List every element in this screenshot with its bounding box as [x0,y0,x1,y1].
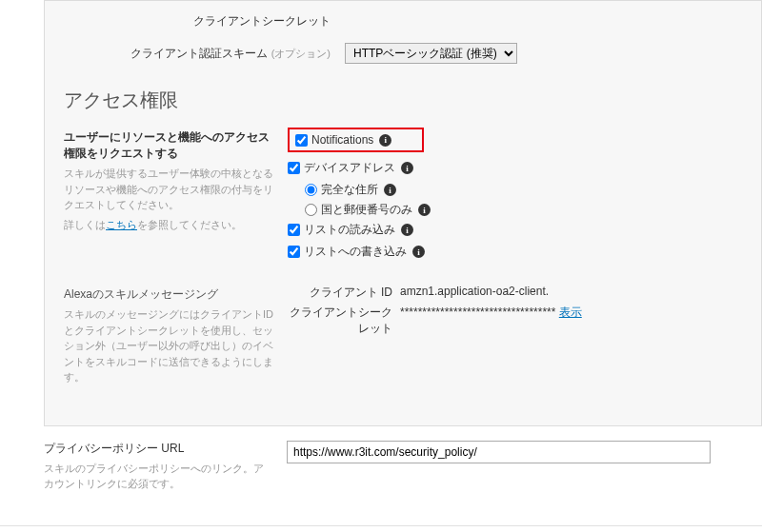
client-secret-row: クライアントシークレット [64,10,742,30]
notifications-checkbox[interactable] [295,134,308,147]
info-icon[interactable]: i [401,224,413,236]
country-postal-radio[interactable] [305,204,317,216]
notifications-label: Notifications [311,133,373,147]
perm-detail-link[interactable]: こちら [106,219,137,230]
device-address-checkbox[interactable] [288,162,300,174]
list-write-checkbox[interactable] [288,246,300,258]
list-read-label: リストの読み込み [304,222,395,238]
auth-scheme-opt: (オプション) [271,48,331,59]
device-address-label: デバイスアドレス [304,160,395,176]
client-id-value: amzn1.application-oa2-client. [400,285,742,301]
privacy-label: プライバシーポリシー URL [44,441,272,457]
messaging-desc: スキルのメッセージングにはクライアントIDとクライアントシークレットを使用し、セ… [64,306,273,385]
info-icon[interactable]: i [401,162,413,174]
client-id-label: クライアント ID [288,285,392,301]
perm-detail-prefix: 詳しくは [64,219,106,230]
notifications-highlight: Notifications i [288,128,424,152]
client-secret-label-2: クライアントシークレット [288,305,392,337]
country-postal-label: 国と郵便番号のみ [321,202,412,218]
info-icon[interactable]: i [412,246,425,258]
client-credentials: クライアント ID amzn1.application-oa2-client. … [288,285,742,337]
perm-detail: 詳しくはこちらを参照してください。 [64,217,273,233]
privacy-section: プライバシーポリシー URL スキルのプライバシーポリシーへのリンク。アカウント… [0,426,762,502]
auth-scheme-label: クライアント認証スキーム [130,47,268,60]
auth-scheme-select[interactable]: HTTPベーシック認証 (推奨) [345,43,517,64]
permissions-row: ユーザーにリソースと機能へのアクセス権限をリクエストする スキルが提供するユーザ… [64,128,742,266]
full-address-label: 完全な住所 [321,182,378,198]
info-icon[interactable]: i [384,184,396,196]
info-icon[interactable]: i [418,204,431,216]
divider [0,525,762,526]
info-icon[interactable]: i [379,134,391,147]
privacy-desc: スキルのプライバシーポリシーへのリンク。アカウントリンクに必須です。 [44,461,272,492]
perm-label: ユーザーにリソースと機能へのアクセス権限をリクエストする [64,129,273,162]
access-title: アクセス権限 [64,88,742,113]
full-address-radio[interactable] [305,184,317,196]
messaging-row: Alexaのスキルメッセージング スキルのメッセージングにはクライアントIDとク… [64,285,742,385]
privacy-url-input[interactable] [287,441,711,463]
list-write-label: リストへの書き込み [304,244,407,260]
config-panel: クライアントシークレット クライアント認証スキーム (オプション) HTTPベー… [44,0,762,426]
client-secret-label: クライアントシークレット [193,14,331,28]
client-secret-mask: *********************************** [400,305,555,319]
auth-scheme-row: クライアント認証スキーム (オプション) HTTPベーシック認証 (推奨) [64,43,742,64]
list-read-checkbox[interactable] [288,224,300,236]
perm-desc: スキルが提供するユーザー体験の中核となるリソースや機能へのアクセス権限の付与をリ… [64,166,273,213]
messaging-label: Alexaのスキルメッセージング [64,286,273,303]
show-secret-link[interactable]: 表示 [559,305,582,319]
perm-detail-suffix: を参照してください。 [137,219,242,230]
